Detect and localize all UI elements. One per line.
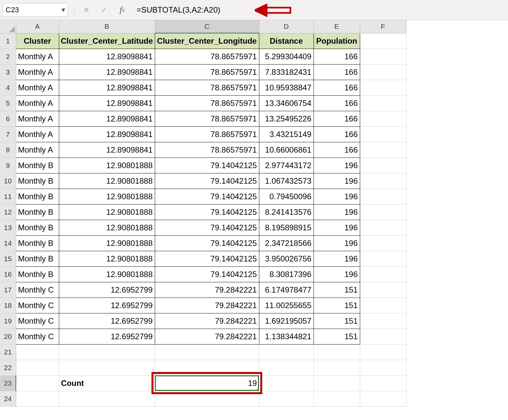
table-cell[interactable]: 12.90801888 [59,235,155,251]
cell[interactable] [360,282,406,298]
table-cell[interactable]: 79.14042125 [155,173,259,189]
table-cell[interactable]: 12.6952799 [59,298,155,313]
row-header[interactable]: 3 [0,64,16,80]
cell[interactable] [360,313,406,329]
enter-icon[interactable]: ✓ [98,4,110,16]
table-cell[interactable]: Monthly C [16,282,59,298]
cell[interactable] [360,375,406,391]
table-cell[interactable]: 12.89098841 [59,142,155,158]
table-cell[interactable]: 3.43215149 [259,126,314,142]
table-cell[interactable]: 1.067432573 [259,173,314,189]
cell[interactable] [360,49,406,64]
cell[interactable] [16,375,59,391]
cell[interactable] [16,360,59,375]
table-cell[interactable]: 151 [314,298,360,313]
table-cell[interactable]: 79.14042125 [155,189,259,204]
cell[interactable] [360,235,406,251]
row-header[interactable]: 18 [0,298,16,313]
table-cell[interactable]: 12.90801888 [59,251,155,266]
cell[interactable] [259,391,314,406]
table-cell[interactable]: 78.86575971 [155,95,259,111]
row-header[interactable]: 10 [0,173,16,189]
cell[interactable] [59,360,155,375]
cell[interactable] [360,173,406,189]
table-cell[interactable]: 12.90801888 [59,173,155,189]
table-cell[interactable]: 6.174978477 [259,282,314,298]
row-header[interactable]: 6 [0,111,16,126]
count-value[interactable]: 19 [155,375,259,391]
table-cell[interactable]: 166 [314,64,360,80]
cell[interactable] [59,391,155,406]
table-cell[interactable]: 1.692195057 [259,313,314,329]
table-cell[interactable]: 78.86575971 [155,126,259,142]
row-header[interactable]: 13 [0,220,16,235]
table-header-distance[interactable]: Distance [259,33,314,49]
cell[interactable] [314,360,360,375]
table-cell[interactable]: 5.299304409 [259,49,314,64]
table-cell[interactable]: 166 [314,95,360,111]
cell[interactable] [360,158,406,173]
row-header[interactable]: 4 [0,80,16,95]
table-cell[interactable]: 12.89098841 [59,64,155,80]
table-cell[interactable]: 2.347218566 [259,235,314,251]
col-header-B[interactable]: B [59,20,155,33]
table-cell[interactable]: 12.89098841 [59,126,155,142]
row-header[interactable]: 15 [0,251,16,266]
row-header[interactable]: 9 [0,158,16,173]
table-cell[interactable]: Monthly A [16,64,59,80]
table-cell[interactable]: 151 [314,282,360,298]
table-cell[interactable]: 12.90801888 [59,158,155,173]
table-cell[interactable]: Monthly B [16,266,59,282]
row-header[interactable]: 16 [0,266,16,282]
table-cell[interactable]: 196 [314,189,360,204]
formula-input[interactable]: =SUBTOTAL(3,A2:A20) [134,5,220,15]
table-cell[interactable]: 12.90801888 [59,204,155,220]
table-cell[interactable]: Monthly C [16,313,59,329]
table-cell[interactable]: 0.79450096 [259,189,314,204]
select-all-corner[interactable] [0,20,16,33]
cell[interactable] [155,360,259,375]
row-header[interactable]: 20 [0,329,16,344]
cell[interactable] [259,344,314,360]
table-cell[interactable]: Monthly A [16,95,59,111]
col-header-C[interactable]: C [155,20,259,33]
table-cell[interactable]: 12.89098841 [59,95,155,111]
table-cell[interactable]: Monthly B [16,158,59,173]
table-cell[interactable]: 79.2842221 [155,313,259,329]
cell[interactable] [16,391,59,406]
table-cell[interactable]: 3.950026756 [259,251,314,266]
table-header-cluster[interactable]: Cluster [16,33,59,49]
table-cell[interactable]: 78.86575971 [155,142,259,158]
table-cell[interactable]: 196 [314,158,360,173]
name-box[interactable]: C23 ▾ [3,3,68,17]
cell[interactable] [360,251,406,266]
table-cell[interactable]: Monthly A [16,126,59,142]
table-cell[interactable]: 166 [314,80,360,95]
row-header[interactable]: 17 [0,282,16,298]
table-cell[interactable]: 13.34606754 [259,95,314,111]
cell[interactable] [360,111,406,126]
cell[interactable] [360,142,406,158]
table-cell[interactable]: Monthly C [16,329,59,344]
col-header-D[interactable]: D [259,20,314,33]
table-cell[interactable]: 8.195898915 [259,220,314,235]
table-header-lat[interactable]: Cluster_Center_Latitude [59,33,155,49]
table-cell[interactable]: Monthly B [16,251,59,266]
table-cell[interactable]: 12.90801888 [59,189,155,204]
cell[interactable] [59,344,155,360]
row-header[interactable]: 5 [0,95,16,111]
table-cell[interactable]: 12.6952799 [59,329,155,344]
table-cell[interactable]: 79.2842221 [155,282,259,298]
row-header[interactable]: 11 [0,189,16,204]
table-cell[interactable]: 12.90801888 [59,220,155,235]
table-cell[interactable]: Monthly B [16,189,59,204]
table-cell[interactable]: 11.00255655 [259,298,314,313]
row-header[interactable]: 12 [0,204,16,220]
row-header[interactable]: 7 [0,126,16,142]
table-cell[interactable]: 196 [314,173,360,189]
table-cell[interactable]: 78.86575971 [155,111,259,126]
table-header-population[interactable]: Population [314,33,360,49]
row-header[interactable]: 24 [0,391,16,406]
cell[interactable] [360,360,406,375]
col-header-F[interactable]: F [360,20,406,33]
